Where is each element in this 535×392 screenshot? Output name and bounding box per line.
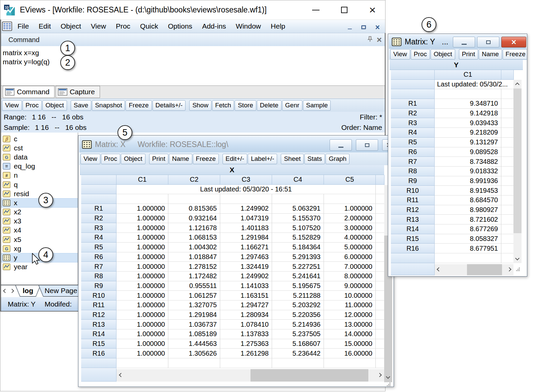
- row-header-r16[interactable]: R16: [391, 244, 435, 253]
- object-item-x3[interactable]: x3: [0, 217, 78, 226]
- row-header-r15[interactable]: R15: [81, 339, 116, 349]
- menu-object[interactable]: Object: [61, 22, 81, 30]
- matrix-cell[interactable]: 1.249902: [220, 204, 272, 214]
- close-button[interactable]: ×: [369, 5, 376, 14]
- minimize-button[interactable]: [312, 10, 320, 10]
- matrix-cell[interactable]: 1.275363: [220, 339, 272, 349]
- row-header-r8[interactable]: R8: [391, 167, 435, 176]
- row-header-r5[interactable]: R5: [81, 243, 116, 252]
- toolbar-button-label[interactable]: Label+/-: [248, 154, 277, 164]
- menu-help[interactable]: Help: [271, 22, 285, 30]
- matrix-cell[interactable]: 1.324419: [220, 262, 272, 272]
- command-pane-header[interactable]: Command ×: [0, 33, 385, 46]
- matrix-cell[interactable]: 1.000000: [116, 329, 168, 339]
- row-header-r7[interactable]: R7: [391, 157, 435, 167]
- matrix-cell[interactable]: 1.036737: [168, 320, 220, 329]
- row-header-r14[interactable]: R14: [81, 329, 116, 339]
- column-header-c3[interactable]: C3: [220, 175, 272, 185]
- matrix-cell[interactable]: 1.000000: [116, 291, 168, 300]
- matrix-cell[interactable]: 1.291984: [220, 233, 272, 243]
- toolbar-button-proc[interactable]: Proc: [23, 100, 42, 111]
- row-header-r10[interactable]: R10: [391, 186, 435, 195]
- update-note-cell[interactable]: Last updated: 05/30/20 - 16:51: [116, 185, 376, 194]
- row-header-r1[interactable]: R1: [391, 99, 435, 109]
- matrix-cell[interactable]: 5.214936: [272, 320, 324, 329]
- matrix-cell[interactable]: 1.000000: [116, 204, 168, 214]
- toolbar-button-sample[interactable]: Sample: [303, 100, 331, 111]
- close-button[interactable]: ×: [501, 37, 526, 47]
- matrix-cell[interactable]: 0.955511: [168, 281, 220, 291]
- matrix-cell[interactable]: 8.721602: [435, 215, 501, 224]
- matrix-cell[interactable]: 8.677269: [435, 224, 501, 234]
- row-header-r6[interactable]: R6: [391, 147, 435, 157]
- matrix-cell[interactable]: 8.677951: [435, 244, 501, 253]
- matrix-cell[interactable]: 13.00000: [324, 320, 376, 329]
- matrix-cell[interactable]: 1.000000: [116, 223, 168, 233]
- minimize-button[interactable]: [330, 139, 352, 151]
- row-header-r15[interactable]: R15: [391, 234, 435, 244]
- toolbar-button-fetch[interactable]: Fetch: [212, 100, 234, 111]
- pin-icon[interactable]: [367, 36, 373, 43]
- object-item-cst[interactable]: cst: [0, 143, 78, 152]
- matrix-cell[interactable]: 9.039433: [435, 118, 501, 128]
- matrix-cell[interactable]: 1.061257: [168, 291, 220, 300]
- toolbar-button-proc[interactable]: Proc: [101, 154, 120, 164]
- toolbar-button-details[interactable]: Details+/-: [153, 100, 186, 111]
- matrix-cell[interactable]: 5.220356: [272, 310, 324, 320]
- column-header-c1[interactable]: C1: [435, 70, 501, 80]
- object-item-data[interactable]: Gdata: [0, 152, 78, 162]
- matrix-cell[interactable]: 9.000000: [324, 281, 376, 291]
- matrix-cell[interactable]: 9.018332: [435, 167, 501, 176]
- row-header-r13[interactable]: R13: [391, 215, 435, 224]
- toolbar-button-name[interactable]: Name: [169, 154, 192, 164]
- row-header-r1[interactable]: R1: [81, 204, 116, 214]
- matrix-cell[interactable]: 1.249902: [220, 272, 272, 281]
- page-tab-scroll-right-icon[interactable]: [10, 289, 14, 293]
- matrix-cell[interactable]: 3.000000: [324, 223, 376, 233]
- row-header-r12[interactable]: R12: [81, 310, 116, 320]
- column-header-c5[interactable]: C5: [324, 175, 376, 185]
- mdi-close-button[interactable]: ×: [375, 24, 380, 30]
- matrix-cell[interactable]: 5.152829: [272, 233, 324, 243]
- minimize-button[interactable]: [453, 37, 475, 47]
- scroll-left-icon[interactable]: [119, 373, 123, 377]
- matrix-cell[interactable]: 9.218209: [435, 128, 501, 138]
- matrix-cell[interactable]: 1.141033: [220, 281, 272, 291]
- matrix-cell[interactable]: 8.734882: [435, 157, 501, 167]
- object-item-eq_log[interactable]: =eq_log: [0, 162, 78, 171]
- scroll-right-icon[interactable]: [377, 373, 382, 377]
- toolbar-button-sheet[interactable]: Sheet: [281, 154, 304, 164]
- object-item-x2[interactable]: x2: [0, 208, 78, 217]
- scroll-up-icon[interactable]: [515, 82, 520, 87]
- row-header-r4[interactable]: R4: [391, 128, 435, 138]
- toolbar-button-object[interactable]: Object: [431, 49, 455, 60]
- menu-options[interactable]: Options: [168, 22, 192, 30]
- toolbar-button-object[interactable]: Object: [42, 100, 67, 111]
- mdi-minimize-button[interactable]: [348, 29, 352, 29]
- matrix-cell[interactable]: 1.305626: [168, 349, 220, 358]
- row-header-r8[interactable]: R8: [81, 272, 116, 281]
- toolbar-button-object[interactable]: Object: [121, 154, 145, 164]
- restore-button[interactable]: [356, 139, 378, 151]
- matrix-cell[interactable]: 5.203292: [272, 300, 324, 310]
- matrix-cell[interactable]: 1.278152: [168, 262, 220, 272]
- matrix-cell[interactable]: 1.000000: [116, 233, 168, 243]
- matrix-cell[interactable]: 0.932164: [168, 214, 220, 223]
- matrix-cell[interactable]: 1.068153: [168, 233, 220, 243]
- menu-file[interactable]: File: [18, 22, 29, 30]
- menu-addins[interactable]: Add-ins: [202, 22, 226, 30]
- scrollbar-thumb[interactable]: [467, 264, 502, 275]
- matrix-cell[interactable]: 1.121678: [168, 223, 220, 233]
- matrix-cell[interactable]: 1.401183: [220, 223, 272, 233]
- matrix-cell[interactable]: 9.089528: [435, 147, 501, 157]
- matrix-cell[interactable]: 11.00000: [324, 300, 376, 310]
- matrix-cell[interactable]: 9.131297: [435, 138, 501, 147]
- matrix-cell[interactable]: 1.297463: [220, 252, 272, 262]
- column-header-c1[interactable]: C1: [116, 175, 168, 185]
- scroll-left-icon[interactable]: [437, 267, 441, 272]
- toolbar-button-edit[interactable]: Edit+/-: [223, 154, 247, 164]
- menu-edit[interactable]: Edit: [39, 22, 51, 30]
- toolbar-button-delete[interactable]: Delete: [257, 100, 281, 111]
- maximize-button[interactable]: [341, 7, 347, 13]
- row-header-r16[interactable]: R16: [81, 349, 116, 358]
